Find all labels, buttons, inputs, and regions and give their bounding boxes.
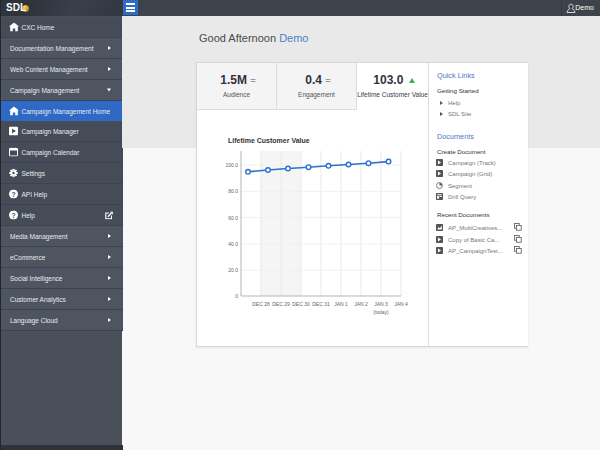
svg-text:?: ? xyxy=(11,212,15,219)
svg-text:DEC 29: DEC 29 xyxy=(272,301,290,307)
svg-text:?: ? xyxy=(11,191,15,198)
svg-text:0: 0 xyxy=(235,293,238,299)
svg-text:DEC 31: DEC 31 xyxy=(312,301,330,307)
svg-text:(today): (today) xyxy=(373,309,389,315)
svg-text:60.0: 60.0 xyxy=(228,215,238,221)
svg-text:JAN 3: JAN 3 xyxy=(374,301,388,307)
svg-text:100.0: 100.0 xyxy=(225,162,238,168)
svg-text:JAN 2: JAN 2 xyxy=(354,301,368,307)
svg-text:DEC 28: DEC 28 xyxy=(252,301,270,307)
svg-text:JAN 4: JAN 4 xyxy=(394,301,408,307)
svg-text:DEC 30: DEC 30 xyxy=(292,301,310,307)
svg-text:80.0: 80.0 xyxy=(228,188,238,194)
svg-text:Lifetime Customer Value: Lifetime Customer Value xyxy=(228,137,310,144)
svg-text:20.0: 20.0 xyxy=(228,267,238,273)
svg-text:40.0: 40.0 xyxy=(228,241,238,247)
svg-text:JAN 1: JAN 1 xyxy=(334,301,348,307)
